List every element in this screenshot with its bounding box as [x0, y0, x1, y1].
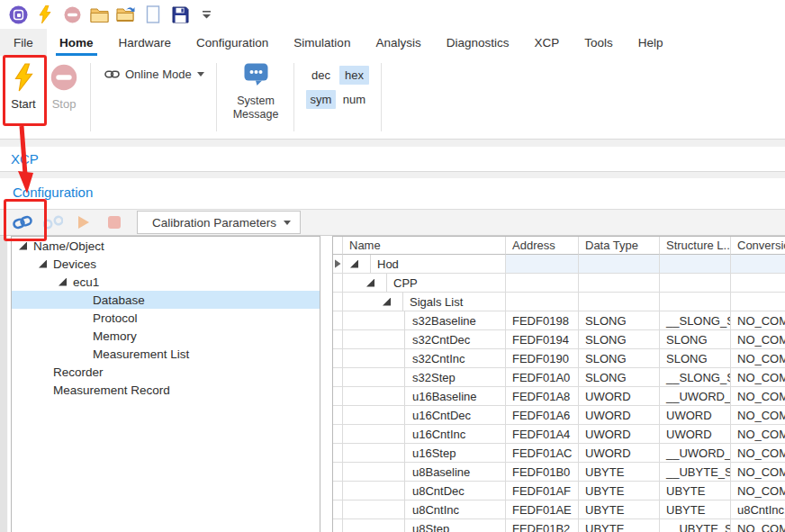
connect-link-icon[interactable]	[11, 212, 34, 232]
stop-circle-icon[interactable]	[59, 5, 85, 24]
data-type-cell[interactable]: UBYTE	[579, 500, 660, 519]
data-type-cell[interactable]: UBYTE	[579, 463, 660, 482]
conversion-cell[interactable]: NO_COMP	[731, 519, 785, 532]
conversion-cell[interactable]: NO_COMP	[731, 349, 785, 368]
menu-item-analysis[interactable]: Analysis	[363, 29, 433, 56]
name-cell[interactable]: u8CntInc	[343, 500, 506, 519]
name-cell[interactable]: u8Baseline	[343, 463, 506, 482]
system-message-button[interactable]: System Message	[232, 63, 279, 122]
table-row-s32step[interactable]: s32StepFEDF01A0SLONG__SLONG_SNO_COMP	[333, 368, 785, 387]
tree-item-protocol[interactable]: Protocol	[12, 309, 320, 327]
toggle-num[interactable]: num	[339, 90, 369, 109]
menu-item-home[interactable]: Home	[47, 29, 106, 56]
table-row-u16baseline[interactable]: u16BaselineFEDF01A8UWORD__UWORD_SNO_COMP	[333, 387, 785, 406]
table-row-s32cntinc[interactable]: s32CntIncFEDF0190SLONGSLONGNO_COMP	[333, 349, 785, 368]
structure-cell[interactable]: UBYTE	[660, 482, 731, 500]
run-play-icon[interactable]	[72, 212, 95, 232]
structure-cell[interactable]: __SLONG_S	[660, 368, 731, 387]
address-cell[interactable]: FEDF01A8	[506, 387, 579, 406]
data-type-cell[interactable]: UWORD	[579, 387, 660, 406]
column-header-name[interactable]: Name	[343, 237, 506, 255]
disconnect-link-icon[interactable]	[41, 212, 65, 232]
conversion-cell[interactable]: NO_COMP	[731, 406, 785, 425]
name-cell[interactable]: u16CntInc	[343, 425, 506, 444]
address-cell[interactable]: FEDF01AE	[506, 500, 579, 519]
table-row-u16cntinc[interactable]: u16CntIncFEDF01A4UWORDUWORDNO_COMP	[333, 425, 785, 444]
name-cell[interactable]: u16Step	[343, 444, 506, 463]
menu-item-configuration[interactable]: Configuration	[184, 29, 281, 56]
data-type-cell[interactable]: UWORD	[579, 444, 660, 463]
toolbar-more-icon[interactable]	[194, 5, 220, 24]
table-row-u8cntinc[interactable]: u8CntIncFEDF01AEUBYTEUBYTEu8CntInc.C	[333, 500, 785, 519]
address-cell[interactable]: FEDF0190	[506, 349, 579, 368]
table-row-u8cntdec[interactable]: u8CntDecFEDF01AFUBYTEUBYTENO_COMP	[333, 482, 785, 500]
name-cell[interactable]: u8Step	[343, 519, 506, 532]
data-type-cell[interactable]: SLONG	[579, 368, 660, 387]
stop-square-icon[interactable]	[103, 212, 126, 232]
data-type-cell[interactable]: SLONG	[579, 349, 660, 368]
conversion-cell[interactable]: u8CntInc.C	[731, 500, 785, 519]
menu-item-file[interactable]: File	[0, 29, 47, 56]
import-folder-icon[interactable]	[113, 5, 139, 24]
tree-expander-icon[interactable]	[39, 260, 47, 268]
save-icon[interactable]	[167, 5, 193, 24]
group-name-cell[interactable]: Sigals List	[343, 293, 506, 311]
conversion-cell[interactable]: NO_COMP	[731, 444, 785, 463]
online-mode-dropdown[interactable]: Online Mode	[104, 68, 204, 81]
column-header-conversion[interactable]: Conversion	[731, 237, 785, 255]
tree-item-name-object[interactable]: Name/Object	[12, 237, 320, 255]
tree-item-database[interactable]: Database	[12, 291, 320, 309]
address-cell[interactable]: FEDF01A6	[506, 406, 579, 425]
data-type-cell[interactable]: UWORD	[579, 425, 660, 444]
data-type-cell[interactable]: SLONG	[579, 330, 660, 349]
new-file-icon[interactable]	[140, 5, 166, 24]
structure-cell[interactable]: __UWORD_S	[660, 387, 731, 406]
conversion-cell[interactable]: NO_COMP	[731, 463, 785, 482]
group-name-cell[interactable]: Hod	[343, 255, 506, 274]
table-group-row-sigals-list[interactable]: Sigals List	[333, 293, 785, 311]
structure-cell[interactable]: __UBYTE_S	[660, 463, 731, 482]
table-row-s32cntdec[interactable]: s32CntDecFEDF0194SLONGSLONGNO_COMP	[333, 330, 785, 349]
data-type-cell[interactable]: UWORD	[579, 406, 660, 425]
menu-item-tools[interactable]: Tools	[572, 29, 626, 56]
start-lightning-icon[interactable]	[32, 5, 58, 24]
data-type-cell[interactable]: UBYTE	[579, 482, 660, 500]
toggle-sym[interactable]: sym	[306, 90, 336, 109]
tree-item-measurement-list[interactable]: Measurement List	[12, 345, 320, 363]
column-header-data-type[interactable]: Data Type	[579, 237, 660, 255]
structure-cell[interactable]: UWORD	[660, 425, 731, 444]
start-button[interactable]: Start	[3, 63, 44, 111]
address-cell[interactable]: FEDF0198	[506, 311, 579, 330]
structure-cell[interactable]: SLONG	[660, 330, 731, 349]
stop-button[interactable]: Stop	[43, 63, 85, 111]
name-cell[interactable]: s32Baseline	[343, 311, 506, 330]
name-cell[interactable]: u8CntDec	[343, 482, 506, 500]
address-cell[interactable]: FEDF01AC	[506, 444, 579, 463]
address-cell[interactable]: FEDF01A0	[506, 368, 579, 387]
menu-item-simulation[interactable]: Simulation	[281, 29, 363, 56]
conversion-cell[interactable]: NO_COMP	[731, 387, 785, 406]
structure-cell[interactable]: __UWORD_S	[660, 444, 731, 463]
table-row-u16step[interactable]: u16StepFEDF01ACUWORD__UWORD_SNO_COMP	[333, 444, 785, 463]
open-folder-icon[interactable]	[86, 5, 112, 24]
menu-item-xcp[interactable]: XCP	[521, 29, 572, 56]
group-expander-icon[interactable]	[366, 279, 374, 287]
table-row-u16cntdec[interactable]: u16CntDecFEDF01A6UWORDUWORDNO_COMP	[333, 406, 785, 425]
conversion-cell[interactable]: NO_COMP	[731, 368, 785, 387]
structure-cell[interactable]: __SLONG_S	[660, 311, 731, 330]
data-type-cell[interactable]: SLONG	[579, 311, 660, 330]
structure-cell[interactable]: UWORD	[660, 406, 731, 425]
toggle-dec[interactable]: dec	[306, 66, 336, 85]
tree-item-recorder[interactable]: Recorder	[12, 363, 320, 381]
name-cell[interactable]: u16CntDec	[343, 406, 506, 425]
data-type-cell[interactable]: UBYTE	[579, 519, 660, 532]
structure-cell[interactable]: UBYTE	[660, 500, 731, 519]
table-group-row-hod[interactable]: Hod	[333, 255, 785, 274]
name-cell[interactable]: u16Baseline	[343, 387, 506, 406]
toggle-hex[interactable]: hex	[339, 66, 369, 85]
menu-item-help[interactable]: Help	[626, 29, 676, 56]
address-cell[interactable]: FEDF01B0	[506, 463, 579, 482]
address-cell[interactable]: FEDF0194	[506, 330, 579, 349]
table-row-s32baseline[interactable]: s32BaselineFEDF0198SLONG__SLONG_SNO_COMP	[333, 311, 785, 330]
name-cell[interactable]: s32CntDec	[343, 330, 506, 349]
